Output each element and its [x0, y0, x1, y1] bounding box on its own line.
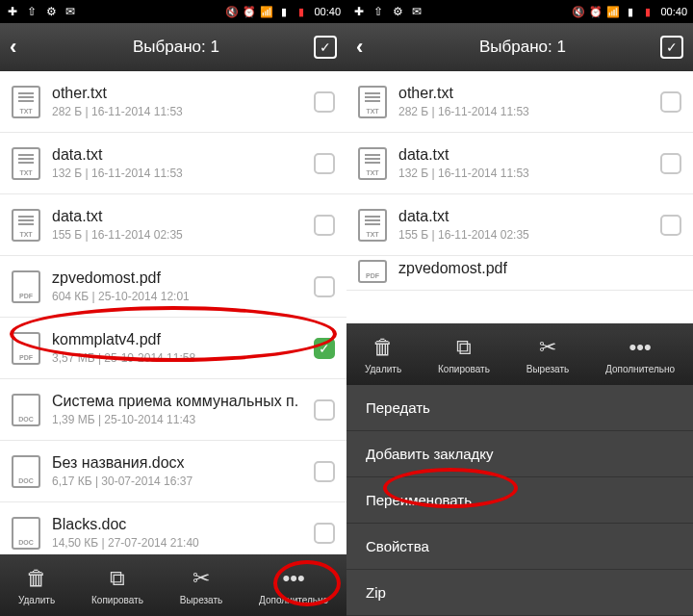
- signal-icon: ▮: [624, 5, 637, 18]
- more-icon: •••: [283, 566, 305, 591]
- upload-icon: ⇧: [372, 5, 385, 18]
- copy-button[interactable]: ⧉ Копировать: [91, 566, 143, 605]
- checkbox[interactable]: [314, 215, 335, 236]
- status-time: 00:40: [314, 6, 341, 17]
- doc-icon: DOC: [12, 394, 40, 426]
- file-name: kommplatv4.pdf: [52, 331, 314, 348]
- more-button[interactable]: ••• Дополнительно: [259, 566, 328, 605]
- cut-button[interactable]: ✂ Вырезать: [526, 335, 569, 374]
- file-name: Система приема коммунальных п.: [52, 393, 314, 410]
- menu-send[interactable]: Передать: [346, 385, 693, 431]
- header-title: Выбрано: 1: [38, 38, 314, 57]
- bottom-toolbar: 🗑 Удалить ⧉ Копировать ✂ Вырезать ••• До…: [346, 323, 693, 385]
- status-bar: ✚ ⇧ ⚙ ✉ 🔇 ⏰ 📶 ▮ ▮ 00:40: [0, 0, 346, 23]
- pdf-icon: PDF: [358, 260, 387, 283]
- back-button[interactable]: ‹: [356, 35, 385, 60]
- copy-icon: ⧉: [110, 566, 125, 591]
- checkbox[interactable]: [314, 461, 335, 482]
- checkbox[interactable]: [660, 153, 681, 174]
- txt-icon: TXT: [358, 147, 387, 180]
- bottom-toolbar: 🗑 Удалить ⧉ Копировать ✂ Вырезать ••• До…: [0, 554, 346, 616]
- file-name: Blacks.doc: [52, 516, 314, 533]
- more-label: Дополнительно: [259, 595, 328, 605]
- file-item[interactable]: DOC Blacks.doc 14,50 КБ | 27-07-2014 21:…: [0, 502, 346, 554]
- status-time: 00:40: [660, 6, 687, 17]
- screen-left: ✚ ⇧ ⚙ ✉ 🔇 ⏰ 📶 ▮ ▮ 00:40 ‹ Выбрано: 1 ✓ T…: [0, 0, 346, 616]
- file-name: zpvedomost.pdf: [398, 260, 681, 277]
- txt-icon: TXT: [12, 209, 40, 242]
- file-meta: 6,17 КБ | 30-07-2014 16:37: [52, 475, 314, 488]
- checkbox-checked[interactable]: ✓: [314, 338, 335, 359]
- delete-button[interactable]: 🗑 Удалить: [365, 335, 401, 374]
- file-item[interactable]: TXT data.txt 155 Б | 16-11-2014 02:35: [346, 194, 693, 256]
- file-item[interactable]: TXT data.txt 155 Б | 16-11-2014 02:35: [0, 194, 346, 256]
- more-button[interactable]: ••• Дополнительно: [605, 335, 675, 374]
- file-meta: 132 Б | 16-11-2014 11:53: [52, 167, 314, 180]
- checkbox[interactable]: [314, 153, 335, 174]
- file-meta: 155 Б | 16-11-2014 02:35: [52, 228, 314, 242]
- file-item[interactable]: TXT other.txt 282 Б | 16-11-2014 11:53: [0, 71, 346, 133]
- copy-button[interactable]: ⧉ Копировать: [438, 335, 490, 374]
- file-name: zpvedomost.pdf: [52, 270, 314, 287]
- file-meta: 14,50 КБ | 27-07-2014 21:40: [52, 536, 314, 550]
- menu-zip[interactable]: Zip: [346, 570, 693, 616]
- menu-properties[interactable]: Свойства: [346, 524, 693, 570]
- wifi-icon: 📶: [260, 5, 273, 18]
- doc-icon: DOC: [12, 455, 40, 488]
- cut-button[interactable]: ✂ Вырезать: [180, 566, 222, 605]
- checkbox[interactable]: [660, 91, 681, 113]
- checkbox[interactable]: [660, 215, 681, 236]
- checkbox[interactable]: [314, 276, 335, 297]
- file-item[interactable]: TXT data.txt 132 Б | 16-11-2014 11:53: [0, 133, 346, 194]
- cut-label: Вырезать: [526, 364, 569, 374]
- file-item[interactable]: DOC Система приема коммунальных п. 1,39 …: [0, 379, 346, 441]
- back-button[interactable]: ‹: [10, 35, 38, 60]
- mute-icon: 🔇: [572, 5, 585, 18]
- more-icon: •••: [629, 335, 652, 360]
- select-all-button[interactable]: ✓: [660, 36, 683, 59]
- pdf-icon: PDF: [12, 332, 40, 365]
- copy-label: Копировать: [91, 595, 143, 605]
- mail-icon: ✉: [64, 5, 77, 18]
- file-list: TXT other.txt 282 Б | 16-11-2014 11:53 T…: [346, 71, 693, 323]
- file-name: data.txt: [52, 208, 314, 225]
- file-meta: 604 КБ | 25-10-2014 12:01: [52, 290, 314, 303]
- file-meta: 155 Б | 16-11-2014 02:35: [398, 228, 660, 242]
- file-item-selected[interactable]: PDF kommplatv4.pdf 3,57 МБ | 25-10-2014 …: [0, 318, 346, 379]
- alarm-icon: ⏰: [243, 5, 256, 18]
- file-item[interactable]: PDF zpvedomost.pdf 604 КБ | 25-10-2014 1…: [0, 256, 346, 318]
- checkbox[interactable]: [314, 523, 335, 544]
- menu-bookmark[interactable]: Добавить закладку: [346, 431, 693, 477]
- file-item[interactable]: DOC Без названия.docx 6,17 КБ | 30-07-20…: [0, 441, 346, 502]
- context-menu: Передать Добавить закладку Переименовать…: [346, 385, 693, 616]
- mail-icon: ✉: [410, 5, 424, 18]
- file-name: data.txt: [398, 208, 660, 225]
- txt-icon: TXT: [358, 86, 387, 118]
- copy-label: Копировать: [438, 364, 490, 374]
- checkbox[interactable]: [314, 399, 335, 421]
- delete-button[interactable]: 🗑 Удалить: [18, 566, 55, 605]
- file-meta: 132 Б | 16-11-2014 11:53: [398, 167, 660, 180]
- txt-icon: TXT: [12, 86, 40, 118]
- select-all-button[interactable]: ✓: [314, 36, 337, 59]
- file-meta: 282 Б | 16-11-2014 11:53: [52, 105, 314, 118]
- file-name: data.txt: [52, 146, 314, 164]
- file-item[interactable]: TXT other.txt 282 Б | 16-11-2014 11:53: [346, 71, 693, 133]
- battery-icon: ▮: [295, 5, 308, 18]
- copy-icon: ⧉: [456, 335, 472, 360]
- header-title: Выбрано: 1: [385, 38, 660, 57]
- file-meta: 1,39 МБ | 25-10-2014 11:43: [52, 413, 314, 426]
- delete-label: Удалить: [365, 364, 401, 374]
- file-item[interactable]: TXT data.txt 132 Б | 16-11-2014 11:53: [346, 133, 693, 194]
- alarm-icon: ⏰: [589, 5, 603, 18]
- cut-label: Вырезать: [180, 595, 222, 605]
- file-meta: 282 Б | 16-11-2014 11:53: [398, 105, 660, 118]
- file-item[interactable]: PDF zpvedomost.pdf 604 КБ | 25-10-2014 1…: [346, 256, 693, 291]
- upload-icon: ⇧: [25, 5, 38, 18]
- checkbox[interactable]: [314, 91, 335, 113]
- plus-icon: ✚: [6, 5, 19, 18]
- wifi-icon: 📶: [606, 5, 620, 18]
- app-header: ‹ Выбрано: 1 ✓: [346, 23, 693, 71]
- menu-rename[interactable]: Переименовать: [346, 477, 693, 524]
- gear-icon: ⚙: [391, 5, 404, 18]
